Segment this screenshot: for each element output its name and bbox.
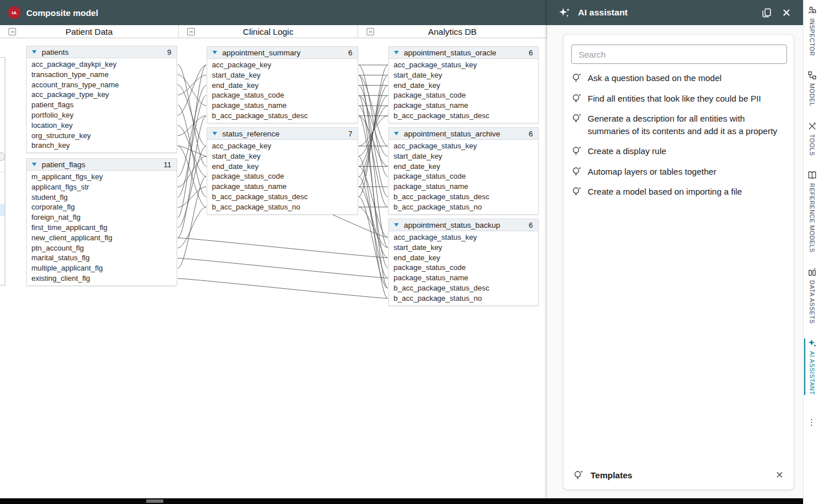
entity-field[interactable]: acc_package_key bbox=[207, 60, 358, 70]
entity-field[interactable]: package_status_name bbox=[389, 273, 538, 283]
more-options-icon[interactable] bbox=[807, 418, 816, 429]
entity-field[interactable]: start_date_key bbox=[207, 70, 358, 80]
chevron-down-icon[interactable] bbox=[394, 132, 399, 135]
entity-field[interactable]: b_acc_package_status_desc bbox=[389, 192, 538, 202]
entity-field[interactable]: b_acc_package_status_no bbox=[207, 202, 358, 212]
chevron-down-icon[interactable] bbox=[394, 223, 399, 227]
entity-field[interactable]: transaction_type_name bbox=[27, 70, 176, 80]
suggestion-item[interactable]: Generate a description for all entities … bbox=[564, 112, 793, 137]
sidebar-item-inspector[interactable]: INSPECTOR bbox=[804, 6, 819, 56]
suggestion-item[interactable]: Ask a question based on the model bbox=[564, 72, 793, 84]
copy-icon[interactable] bbox=[760, 6, 773, 19]
entity-field[interactable]: b_acc_package_status_desc bbox=[389, 283, 538, 293]
entity-field[interactable]: package_status_code bbox=[389, 90, 538, 100]
chevron-down-icon[interactable] bbox=[32, 163, 37, 166]
entity-header[interactable]: appointment_status_archive6 bbox=[389, 128, 538, 140]
entity-field[interactable]: multiple_applicant_flg bbox=[27, 263, 176, 273]
entity-field[interactable]: start_date_key bbox=[207, 151, 358, 162]
entity-field[interactable]: acc_package_type_key bbox=[27, 90, 176, 100]
entity-field[interactable]: package_status_name bbox=[207, 182, 358, 192]
entity-field[interactable]: start_date_key bbox=[389, 243, 538, 253]
model-canvas[interactable]: patients9acc_package_daykpi_keytransacti… bbox=[0, 38, 547, 498]
entity-field[interactable]: b_acc_package_status_desc bbox=[207, 192, 358, 202]
entity-field[interactable]: m_applicant_flgs_key bbox=[27, 172, 176, 182]
layer-header-row: ><Patient Data><Clinical Logic><Analytic… bbox=[0, 25, 547, 38]
entity-patients[interactable]: patients9acc_package_daykpi_keytransacti… bbox=[26, 46, 177, 153]
entity-field[interactable]: foreign_nat_flg bbox=[27, 212, 176, 223]
sidebar-item-ai-assistant[interactable]: AI ASSISTANT bbox=[804, 338, 819, 395]
chevron-down-icon[interactable] bbox=[394, 51, 399, 54]
entity-patient_flags[interactable]: patient_flags11m_applicant_flgs_keyappli… bbox=[26, 158, 177, 286]
entity-header[interactable]: appointment_summary6 bbox=[207, 47, 358, 59]
sidebar-item-label: TOOLS bbox=[809, 134, 816, 156]
entity-field[interactable]: patient_flags bbox=[27, 100, 176, 110]
entity-field[interactable]: portfolio_key bbox=[27, 110, 176, 120]
entity-name: patients bbox=[42, 48, 69, 57]
entity-field[interactable]: package_status_name bbox=[389, 100, 538, 111]
entity-field[interactable]: package_status_code bbox=[389, 263, 538, 273]
entity-field[interactable]: b_acc_package_status_no bbox=[389, 202, 538, 212]
entity-field[interactable]: package_status_name bbox=[207, 100, 358, 111]
entity-appointment_status_oracle[interactable]: appointment_status_oracle6acc_package_st… bbox=[388, 46, 539, 123]
entity-status_reference[interactable]: status_reference7acc_package_keystart_da… bbox=[207, 127, 358, 215]
suggestion-item[interactable]: Find all entities that look like they co… bbox=[564, 92, 793, 105]
entity-field[interactable]: acc_package_status_key bbox=[389, 60, 538, 70]
entity-field[interactable]: b_acc_package_status_desc bbox=[389, 111, 538, 121]
entity-appointment_status_backup[interactable]: appointment_status_backup6acc_package_st… bbox=[388, 219, 539, 306]
entity-field[interactable]: account_trans_type_name bbox=[27, 80, 176, 90]
entity-appointment_summary[interactable]: appointment_summary6acc_package_keystart… bbox=[207, 46, 358, 123]
entity-appointment_status_archive[interactable]: appointment_status_archive6acc_package_s… bbox=[388, 127, 539, 215]
sidebar-item-tools[interactable]: TOOLS bbox=[804, 122, 819, 156]
entity-field[interactable]: b_acc_package_status_desc bbox=[207, 111, 358, 121]
bulb-sparkle-icon bbox=[572, 72, 582, 83]
entity-field[interactable]: existing_client_flg bbox=[27, 273, 176, 284]
sidebar-item-reference-models[interactable]: REFERENCE MODELS bbox=[804, 171, 819, 253]
entity-field[interactable]: package_status_code bbox=[389, 171, 538, 182]
scrollbar-thumb[interactable] bbox=[146, 499, 163, 503]
entity-field[interactable]: start_date_key bbox=[389, 70, 538, 80]
chevron-down-icon[interactable] bbox=[32, 50, 37, 54]
entity-field[interactable]: marital_status_flg bbox=[27, 253, 176, 263]
search-input[interactable] bbox=[571, 45, 787, 64]
suggestion-item[interactable]: Create a model based on importing a file bbox=[564, 186, 793, 198]
entity-header[interactable]: appointment_status_oracle6 bbox=[389, 47, 538, 59]
entity-field[interactable]: end_date_key bbox=[389, 253, 538, 263]
sidebar-item-model[interactable]: MODEL bbox=[804, 71, 819, 106]
entity-field[interactable]: end_date_key bbox=[389, 162, 538, 172]
entity-field[interactable]: b_acc_package_status_no bbox=[389, 293, 538, 304]
entity-field[interactable]: acc_package_status_key bbox=[389, 232, 538, 243]
templates-close-icon[interactable]: ✕ bbox=[776, 469, 784, 481]
entity-field[interactable]: org_structure_key bbox=[27, 131, 176, 141]
entity-field[interactable]: package_status_code bbox=[207, 90, 358, 100]
suggestion-item[interactable]: Automap layers or tables together bbox=[564, 166, 793, 178]
entity-field[interactable]: ptn_account_flg bbox=[27, 243, 176, 253]
entity-field[interactable]: location_key bbox=[27, 120, 176, 131]
entity-field[interactable]: start_date_key bbox=[389, 151, 538, 162]
app-header: IA Composite model bbox=[0, 0, 547, 25]
close-icon[interactable]: ✕ bbox=[781, 6, 792, 19]
suggestion-item[interactable]: Create a display rule bbox=[564, 145, 793, 158]
entity-header[interactable]: status_reference7 bbox=[207, 128, 358, 140]
entity-field[interactable]: acc_package_key bbox=[207, 141, 358, 151]
entity-field[interactable]: end_date_key bbox=[207, 80, 358, 91]
entity-header[interactable]: appointment_status_backup6 bbox=[389, 219, 538, 231]
entity-field[interactable]: student_flg bbox=[27, 192, 176, 203]
entity-field[interactable]: end_date_key bbox=[389, 80, 538, 91]
entity-header[interactable]: patient_flags11 bbox=[27, 159, 176, 171]
entity-field[interactable]: branch_key bbox=[27, 140, 176, 151]
chevron-down-icon[interactable] bbox=[212, 132, 217, 135]
bottom-scrollbar[interactable] bbox=[0, 498, 803, 504]
entity-field[interactable]: applicant_flgs_str bbox=[27, 182, 176, 192]
entity-header[interactable]: patients9 bbox=[27, 46, 176, 58]
entity-field[interactable]: end_date_key bbox=[207, 162, 358, 172]
entity-field[interactable]: acc_package_status_key bbox=[389, 141, 538, 151]
entity-field[interactable]: package_status_name bbox=[389, 182, 538, 192]
entity-field[interactable]: acc_package_daykpi_key bbox=[27, 59, 176, 70]
chevron-down-icon[interactable] bbox=[212, 51, 217, 54]
entity-field[interactable]: corporate_flg bbox=[27, 202, 176, 212]
clipped-entity[interactable] bbox=[0, 57, 5, 285]
entity-field[interactable]: first_time_applicant_flg bbox=[27, 223, 176, 233]
entity-field[interactable]: package_status_code bbox=[207, 171, 358, 182]
sidebar-item-data-assets[interactable]: DATA ASSETS bbox=[804, 268, 819, 324]
entity-field[interactable]: new_client_applicant_flg bbox=[27, 233, 176, 243]
